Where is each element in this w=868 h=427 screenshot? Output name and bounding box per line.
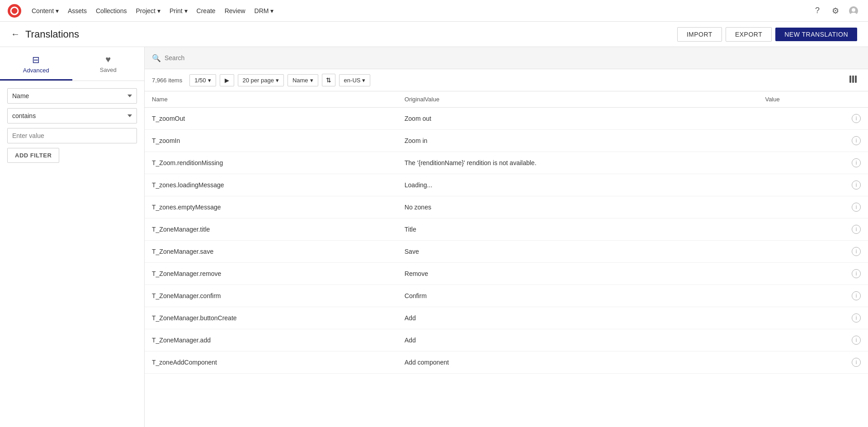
svg-rect-5 (849, 76, 851, 83)
nav-item-create[interactable]: Create (192, 5, 220, 17)
nav-item-drm[interactable]: DRM ▾ (250, 5, 278, 17)
cell-value (758, 285, 844, 307)
columns-button[interactable] (845, 73, 861, 87)
cell-info: i (844, 174, 868, 196)
new-translation-button[interactable]: NEW TRANSLATION (775, 28, 857, 41)
next-page-button[interactable]: ▶ (220, 74, 234, 86)
table-row: T_Zoom.renditionMissingThe '{renditionNa… (145, 152, 868, 174)
cell-info: i (844, 218, 868, 241)
nav-icon-group: ? ⚙ (810, 4, 861, 18)
export-button[interactable]: EXPORT (726, 27, 772, 42)
cell-info: i (844, 130, 868, 152)
content-area: 🔍 7,966 items 1/50 ▾ ▶ 20 per page ▾ Nam… (145, 47, 868, 427)
info-icon[interactable]: i (852, 336, 861, 345)
heart-icon: ♥ (105, 54, 111, 65)
locale-button[interactable]: en-US ▾ (339, 74, 371, 86)
cell-info: i (844, 108, 868, 130)
pagination-button[interactable]: 1/50 ▾ (189, 74, 216, 86)
cell-value (758, 174, 844, 196)
info-icon[interactable]: i (852, 358, 861, 367)
cell-info: i (844, 285, 868, 307)
cell-name: T_Zoom.renditionMissing (145, 152, 397, 174)
cell-value (758, 351, 844, 374)
sidebar-tabs: ⊟ Advanced ♥ Saved (0, 47, 144, 81)
cell-info: i (844, 196, 868, 218)
filter-value-input[interactable] (7, 128, 137, 143)
nav-item-collections[interactable]: Collections (91, 5, 131, 17)
cell-original-value: No zones (397, 196, 758, 218)
tab-saved[interactable]: ♥ Saved (72, 47, 145, 81)
info-icon[interactable]: i (852, 180, 861, 190)
cell-name: T_zoomOut (145, 108, 397, 130)
table-row: T_zoomInZoom ini (145, 130, 868, 152)
cell-original-value: Remove (397, 263, 758, 285)
filter-condition-select[interactable]: contains (7, 108, 137, 123)
per-page-label: 20 per page (243, 77, 274, 84)
tab-saved-label: Saved (100, 66, 117, 73)
cell-info: i (844, 152, 868, 174)
chevron-down-icon-4: ▾ (362, 77, 365, 84)
table-row: T_ZoneManager.buttonCreateAddi (145, 307, 868, 329)
info-icon[interactable]: i (852, 114, 861, 123)
import-button[interactable]: IMPORT (677, 27, 722, 42)
cell-value (758, 263, 844, 285)
app-logo[interactable] (7, 4, 22, 18)
nav-item-assets[interactable]: Assets (63, 5, 91, 17)
toolbar: 7,966 items 1/50 ▾ ▶ 20 per page ▾ Name … (145, 69, 868, 91)
tab-advanced[interactable]: ⊟ Advanced (0, 47, 72, 81)
user-button[interactable] (846, 4, 861, 18)
col-header-original: OriginalValue (397, 91, 758, 108)
info-icon[interactable]: i (852, 313, 861, 323)
settings-button[interactable]: ⚙ (828, 4, 843, 18)
nav-item-print[interactable]: Print ▾ (165, 5, 192, 17)
nav-item-content[interactable]: Content ▾ (27, 5, 63, 17)
cell-value (758, 196, 844, 218)
nav-item-project[interactable]: Project ▾ (131, 5, 165, 17)
table-header-row: Name OriginalValue Value (145, 91, 868, 108)
info-icon[interactable]: i (852, 247, 861, 256)
cell-info: i (844, 329, 868, 351)
sort-direction-button[interactable]: ⇅ (322, 74, 335, 86)
cell-info: i (844, 263, 868, 285)
table-row: T_ZoneManager.confirmConfirmi (145, 285, 868, 307)
sort-by-label: Name (292, 77, 308, 84)
cell-info: i (844, 241, 868, 263)
table-row: T_zoneAddComponentAdd componenti (145, 351, 868, 374)
cell-original-value: Zoom in (397, 130, 758, 152)
table-row: T_ZoneManager.removeRemovei (145, 263, 868, 285)
top-navigation: Content ▾AssetsCollectionsProject ▾Print… (0, 0, 868, 22)
sliders-icon: ⊟ (32, 54, 40, 65)
cell-value (758, 329, 844, 351)
filter-name-select[interactable]: Name (7, 88, 137, 104)
search-input[interactable] (165, 52, 861, 63)
sort-by-button[interactable]: Name ▾ (288, 74, 318, 86)
info-icon[interactable]: i (852, 269, 861, 278)
add-filter-button[interactable]: ADD FILTER (7, 148, 59, 163)
table-body: T_zoomOutZoom outiT_zoomInZoom iniT_Zoom… (145, 108, 868, 374)
search-bar: 🔍 (145, 47, 868, 69)
cell-value (758, 218, 844, 241)
table-row: T_zones.loadingMessageLoading...i (145, 174, 868, 196)
cell-original-value: Save (397, 241, 758, 263)
main-layout: ⊟ Advanced ♥ Saved Name contains ADD FIL… (0, 47, 868, 427)
info-icon[interactable]: i (852, 203, 861, 212)
table-container: Name OriginalValue Value T_zoomOutZoom o… (145, 91, 868, 427)
info-icon[interactable]: i (852, 136, 861, 145)
col-header-name: Name (145, 91, 397, 108)
back-button[interactable]: ← (11, 29, 20, 39)
nav-item-review[interactable]: Review (220, 5, 250, 17)
col-header-value: Value (758, 91, 844, 108)
help-button[interactable]: ? (810, 4, 825, 18)
svg-rect-7 (855, 76, 857, 83)
cell-original-value: Add (397, 329, 758, 351)
per-page-button[interactable]: 20 per page ▾ (238, 74, 284, 86)
info-icon[interactable]: i (852, 291, 861, 300)
pagination-label: 1/50 (194, 77, 206, 84)
cell-name: T_ZoneManager.confirm (145, 285, 397, 307)
cell-original-value: Add component (397, 351, 758, 374)
svg-point-0 (8, 4, 21, 18)
cell-name: T_zones.loadingMessage (145, 174, 397, 196)
info-icon[interactable]: i (852, 158, 861, 167)
nav-menu: Content ▾AssetsCollectionsProject ▾Print… (27, 5, 278, 17)
info-icon[interactable]: i (852, 225, 861, 234)
